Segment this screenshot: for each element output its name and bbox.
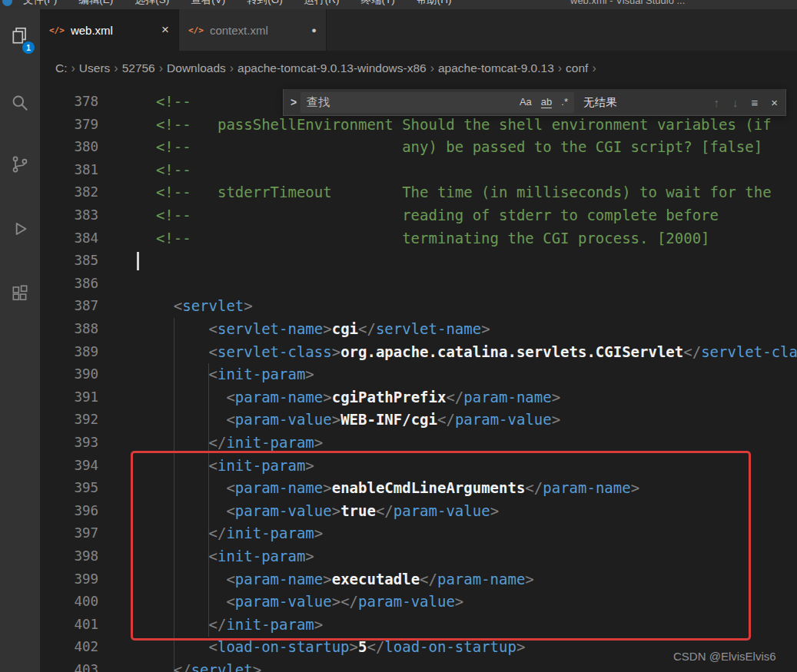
code-text: <servlet-class>org.apache.catalina.servl… bbox=[138, 341, 797, 364]
line-number[interactable]: 395 bbox=[40, 477, 98, 500]
chevron-right-icon: › bbox=[159, 61, 163, 75]
breadcrumb-item[interactable]: conf bbox=[566, 61, 588, 75]
code-text: <param-value></param-value> bbox=[138, 591, 463, 614]
code-line[interactable]: 395 <param-name>enableCmdLineArguments</… bbox=[40, 477, 797, 500]
code-line[interactable]: 387 <servlet> bbox=[40, 295, 797, 318]
code-line[interactable]: 381 <!-- bbox=[40, 159, 797, 182]
code-line[interactable]: 397 </init-param> bbox=[40, 522, 797, 545]
code-line[interactable]: 394 <init-param> bbox=[40, 455, 797, 478]
line-number[interactable]: 384 bbox=[40, 227, 98, 250]
chevron-right-icon: › bbox=[558, 61, 562, 75]
line-number[interactable]: 397 bbox=[40, 522, 98, 545]
line-number[interactable]: 382 bbox=[40, 181, 98, 204]
line-number[interactable]: 396 bbox=[40, 500, 98, 523]
extensions-icon[interactable] bbox=[0, 278, 40, 309]
breadcrumb-item[interactable]: apache-tomcat-9.0.13 bbox=[438, 61, 554, 75]
line-number[interactable]: 388 bbox=[40, 318, 98, 341]
line-number[interactable]: 400 bbox=[40, 591, 98, 614]
find-close-button[interactable]: × bbox=[771, 96, 778, 109]
tab-context.xml[interactable]: </>context.xml● bbox=[179, 9, 327, 51]
code-text: <init-param> bbox=[138, 545, 314, 568]
code-text: <param-name>cgiPathPrefix</param-name> bbox=[138, 386, 560, 409]
code-line[interactable]: 386 bbox=[40, 273, 797, 296]
code-text: <init-param> bbox=[138, 455, 314, 478]
code-line[interactable]: 399 <param-name>executadle</param-name> bbox=[40, 568, 797, 591]
code-line[interactable]: 388 <servlet-name>cgi</servlet-name> bbox=[40, 318, 797, 341]
code-line[interactable]: 385 bbox=[40, 250, 797, 273]
line-number[interactable]: 385 bbox=[40, 250, 98, 273]
tab-web.xml[interactable]: </>web.xml× bbox=[40, 9, 179, 51]
toggle-replace-chevron-icon[interactable]: > bbox=[287, 96, 301, 108]
whole-word-toggle[interactable]: ab bbox=[541, 96, 552, 108]
code-line[interactable]: 379 <!-- passShellEnvironment Should the… bbox=[40, 114, 797, 137]
breadcrumb-item[interactable]: apache-tomcat-9.0.13-windows-x86 bbox=[237, 61, 427, 75]
menu-item[interactable]: 帮助(H) bbox=[417, 0, 452, 7]
explorer-badge: 1 bbox=[22, 41, 35, 54]
breadcrumb-item[interactable]: Downloads bbox=[167, 61, 226, 75]
find-previous-button[interactable]: ↑ bbox=[713, 96, 719, 109]
find-buttons: ↑ ↓ ≡ × bbox=[713, 96, 778, 109]
line-number[interactable]: 399 bbox=[40, 568, 98, 591]
menu-item[interactable]: 编辑(E) bbox=[78, 0, 113, 7]
line-number[interactable]: 402 bbox=[40, 636, 98, 659]
code-line[interactable]: 396 <param-value>true</param-value> bbox=[40, 500, 797, 523]
line-number[interactable]: 392 bbox=[40, 409, 98, 432]
menu-item[interactable]: 文件(F) bbox=[23, 0, 57, 7]
find-input[interactable]: 查找 Aa ab .* bbox=[301, 92, 574, 113]
code-line[interactable]: 384 <!-- terminating the CGI process. [2… bbox=[40, 227, 797, 250]
xml-file-icon: </> bbox=[188, 25, 204, 35]
line-number[interactable]: 394 bbox=[40, 455, 98, 478]
menu-item[interactable]: 转到(G) bbox=[247, 0, 283, 7]
breadcrumb-item[interactable]: Users bbox=[79, 61, 110, 75]
code-text: </init-param> bbox=[138, 432, 323, 455]
code-line[interactable]: 400 <param-value></param-value> bbox=[40, 591, 797, 614]
tab-close-icon[interactable]: × bbox=[161, 22, 169, 38]
code-text: <param-name>executadle</param-name> bbox=[138, 568, 534, 591]
line-number[interactable]: 386 bbox=[40, 273, 98, 296]
find-results-label: 无结果 bbox=[583, 95, 617, 110]
line-number[interactable]: 401 bbox=[40, 614, 98, 637]
menu-item[interactable]: 查看(V) bbox=[191, 0, 225, 7]
line-number[interactable]: 389 bbox=[40, 341, 98, 364]
match-case-toggle[interactable]: Aa bbox=[520, 96, 532, 108]
source-control-icon[interactable] bbox=[0, 149, 40, 180]
code-editor[interactable]: 378 <!--379 <!-- passShellEnvironment Sh… bbox=[40, 86, 797, 672]
code-line[interactable]: 391 <param-name>cgiPathPrefix</param-nam… bbox=[40, 386, 797, 409]
watermark: CSDN @ElvisElvis6 bbox=[673, 650, 776, 663]
line-number[interactable]: 403 bbox=[40, 659, 98, 672]
code-line[interactable]: 401 </init-param> bbox=[40, 614, 797, 637]
menu-item[interactable]: 运行(R) bbox=[304, 0, 340, 7]
regex-toggle[interactable]: .* bbox=[561, 96, 568, 108]
line-number[interactable]: 398 bbox=[40, 545, 98, 568]
code-line[interactable]: 382 <!-- stderrTimeout The time (in mill… bbox=[40, 181, 797, 204]
line-number[interactable]: 380 bbox=[40, 136, 98, 159]
line-number[interactable]: 393 bbox=[40, 432, 98, 455]
code-line[interactable]: 392 <param-value>WEB-INF/cgi</param-valu… bbox=[40, 409, 797, 432]
tab-label: context.xml bbox=[210, 24, 268, 37]
tab-label: web.xml bbox=[71, 24, 113, 37]
find-in-selection-toggle[interactable]: ≡ bbox=[751, 96, 758, 109]
code-line[interactable]: 380 <!-- any) be passed to the CGI scrip… bbox=[40, 136, 797, 159]
menu-item[interactable]: 终端(T) bbox=[361, 0, 395, 7]
line-number[interactable]: 378 bbox=[40, 91, 98, 114]
line-number[interactable]: 390 bbox=[40, 363, 98, 386]
modified-dot-icon: ● bbox=[311, 25, 317, 35]
menu-item[interactable]: 选择(S) bbox=[134, 0, 169, 7]
breadcrumb-item[interactable]: 52756 bbox=[122, 61, 155, 75]
code-text: <!-- reading of stderr to complete befor… bbox=[138, 204, 719, 227]
breadcrumb-item[interactable]: C: bbox=[55, 61, 68, 75]
explorer-icon[interactable]: 1 bbox=[0, 20, 40, 51]
search-icon[interactable] bbox=[0, 88, 40, 118]
run-and-debug-icon[interactable] bbox=[0, 214, 40, 244]
find-next-button[interactable]: ↓ bbox=[732, 96, 739, 109]
line-number[interactable]: 391 bbox=[40, 386, 98, 409]
line-number[interactable]: 379 bbox=[40, 114, 98, 137]
line-number[interactable]: 381 bbox=[40, 159, 98, 182]
code-line[interactable]: 393 </init-param> bbox=[40, 432, 797, 455]
code-line[interactable]: 390 <init-param> bbox=[40, 363, 797, 386]
code-line[interactable]: 398 <init-param> bbox=[40, 545, 797, 568]
code-line[interactable]: 389 <servlet-class>org.apache.catalina.s… bbox=[40, 341, 797, 364]
line-number[interactable]: 383 bbox=[40, 204, 98, 227]
code-line[interactable]: 383 <!-- reading of stderr to complete b… bbox=[40, 204, 797, 227]
line-number[interactable]: 387 bbox=[40, 295, 98, 318]
